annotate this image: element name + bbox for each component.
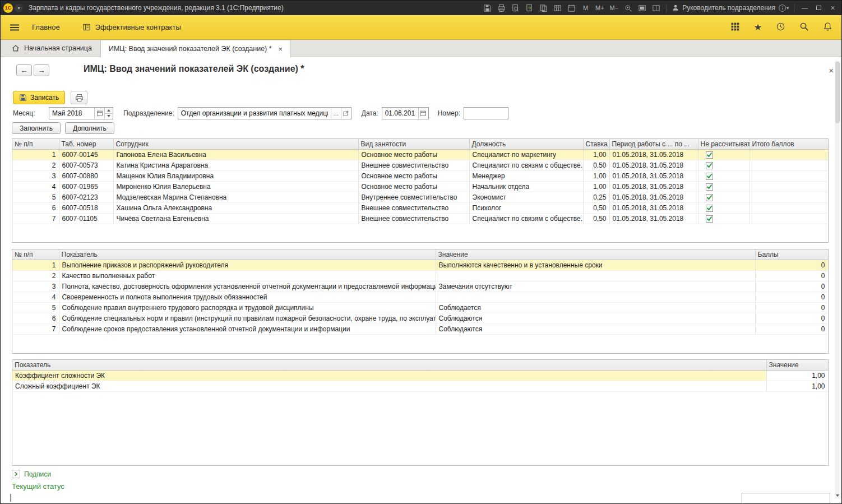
col-tab-number[interactable]: Таб. номер <box>59 139 113 149</box>
employee-cell[interactable]: Мащенок Юлия Владимировна <box>113 170 358 181</box>
col-period[interactable]: Период работы с ... по ... <box>609 139 698 149</box>
save-button[interactable]: Записать <box>13 91 65 104</box>
row-number-cell[interactable]: 4 <box>12 181 59 192</box>
employee-cell[interactable]: Модзелевская Марина Степановна <box>113 192 358 202</box>
indicator-cell[interactable]: Выполнение приказов и распоряжений руков… <box>59 260 436 270</box>
minimize-button[interactable]: — <box>799 2 811 13</box>
tab-home[interactable]: Начальная страница <box>4 40 100 57</box>
col-rate[interactable]: Ставка <box>583 139 609 149</box>
employee-cell[interactable]: Гапонова Елена Васильевна <box>113 149 358 160</box>
maximize-button[interactable] <box>813 2 825 13</box>
no-calc-checkbox[interactable] <box>706 173 713 180</box>
row-number-cell[interactable]: 2 <box>12 160 59 170</box>
no-calc-cell[interactable] <box>698 160 750 170</box>
value-cell[interactable]: Выполняются качественно и в установленны… <box>436 260 755 270</box>
no-calc-checkbox[interactable] <box>706 162 713 169</box>
forward-button[interactable]: → <box>34 64 49 76</box>
period-cell[interactable]: 01.05.2018, 31.05.2018 <box>609 213 698 224</box>
col-points[interactable]: Баллы <box>755 249 828 260</box>
current-user[interactable]: Руководитель подразделения <box>672 4 775 12</box>
employee-row[interactable]: 56007-02123Модзелевская Марина Степановн… <box>12 192 828 202</box>
employee-row[interactable]: 66007-00518Хашина Ольга АлександровнаВне… <box>12 202 828 213</box>
partial-input[interactable] <box>742 493 830 503</box>
no-calc-cell[interactable] <box>698 149 750 160</box>
period-cell[interactable]: 01.05.2018, 31.05.2018 <box>609 149 698 160</box>
col-value[interactable]: Значение <box>766 360 828 370</box>
print-preview-icon[interactable] <box>510 2 521 13</box>
indicator-row[interactable]: 4Своевременность и полнота выполнения тр… <box>12 292 828 302</box>
row-number-cell[interactable]: 5 <box>12 302 59 313</box>
row-number-cell[interactable]: 1 <box>12 260 59 270</box>
zoom-icon[interactable] <box>622 2 634 13</box>
rate-cell[interactable]: 1,00 <box>583 181 609 192</box>
row-number-cell[interactable]: 2 <box>12 270 59 281</box>
indicator-row[interactable]: 1Выполнение приказов и распоряжений руко… <box>12 260 828 270</box>
value-cell[interactable] <box>436 270 755 281</box>
employee-row[interactable]: 76007-01105Чичёва Светлана ЕвгеньевнаВне… <box>12 213 828 224</box>
no-calc-cell[interactable] <box>698 170 750 181</box>
tab-number-cell[interactable]: 6007-01965 <box>59 181 113 192</box>
value-cell[interactable]: Соблюдаются <box>436 323 755 334</box>
indicator-row[interactable]: 6Соблюдение специальных норм и правил (и… <box>12 313 828 323</box>
employee-cell[interactable]: Хашина Ольга Александровна <box>113 202 358 213</box>
tab-close-icon[interactable]: × <box>279 45 283 53</box>
print-icon[interactable] <box>496 2 507 13</box>
total-points-cell[interactable] <box>750 213 828 224</box>
no-calc-cell[interactable] <box>698 202 750 213</box>
points-cell[interactable]: 0 <box>755 260 828 270</box>
total-points-cell[interactable] <box>750 170 828 181</box>
info-icon[interactable]: ▾ <box>778 2 789 13</box>
value-cell[interactable]: 1,00 <box>766 370 828 381</box>
employee-row[interactable]: 26007-00573Катина Кристина АраратовнаВне… <box>12 160 828 170</box>
date-calendar-icon[interactable] <box>418 108 428 119</box>
coefficient-row[interactable]: Коэффициент сложности ЭК1,00 <box>12 370 828 381</box>
period-cell[interactable]: 01.05.2018, 31.05.2018 <box>609 160 698 170</box>
indicator-cell[interactable]: Сложный коэффициент ЭК <box>12 381 766 391</box>
row-number-cell[interactable]: 7 <box>12 213 59 224</box>
append-button[interactable]: Дополнить <box>65 122 114 134</box>
tab-document[interactable]: ИМЦ: Ввод значений показателей ЭК (созда… <box>100 40 291 57</box>
position-cell[interactable]: Специалист по связям с обществе... <box>469 213 583 224</box>
position-cell[interactable]: Менеджер <box>469 170 583 181</box>
no-calc-checkbox[interactable] <box>706 205 713 212</box>
menu-item-main[interactable]: Главное <box>32 23 60 31</box>
no-calc-checkbox[interactable] <box>706 183 713 191</box>
close-window-button[interactable]: × <box>827 2 839 13</box>
indicator-cell[interactable]: Соблюдение специальных норм и правил (ин… <box>59 313 436 323</box>
tab-number-cell[interactable]: 6007-00573 <box>59 160 113 170</box>
1c-logo-icon[interactable]: 1С <box>3 3 13 13</box>
export-document-icon[interactable] <box>524 2 535 13</box>
col-indicator[interactable]: Показатель <box>59 249 436 260</box>
documents-icon[interactable] <box>538 2 549 13</box>
col-value[interactable]: Значение <box>436 249 755 260</box>
position-cell[interactable]: Экономист <box>469 192 583 202</box>
points-cell[interactable]: 0 <box>755 292 828 302</box>
coefficient-row[interactable]: Сложный коэффициент ЭК1,00 <box>12 381 828 391</box>
col-position[interactable]: Должность <box>469 139 583 149</box>
tab-number-cell[interactable]: 6007-01105 <box>59 213 113 224</box>
period-cell[interactable]: 01.05.2018, 31.05.2018 <box>609 202 698 213</box>
employment-type-cell[interactable]: Внутреннее совместительство <box>358 192 469 202</box>
employee-row[interactable]: 16007-00145Гапонова Елена ВасильевнаОсно… <box>12 149 828 160</box>
col-num[interactable]: № п/п <box>12 139 59 149</box>
period-cell[interactable]: 01.05.2018, 31.05.2018 <box>609 192 698 202</box>
tab-number-cell[interactable]: 6007-02123 <box>59 192 113 202</box>
position-cell[interactable]: Специалист по маркетингу <box>469 149 583 160</box>
department-open-button[interactable] <box>341 108 351 119</box>
col-no-calc[interactable]: Не рассчитывать <box>698 139 750 149</box>
value-cell[interactable]: Соблюдается <box>436 302 755 313</box>
employee-row[interactable]: 36007-00880Мащенок Юлия ВладимировнаОсно… <box>12 170 828 181</box>
rate-cell[interactable]: 0,50 <box>583 160 609 170</box>
total-points-cell[interactable] <box>750 202 828 213</box>
row-number-cell[interactable]: 3 <box>12 281 59 292</box>
split-window-icon[interactable] <box>650 2 662 13</box>
points-cell[interactable]: 0 <box>755 313 828 323</box>
fullscreen-icon[interactable] <box>636 2 648 13</box>
value-cell[interactable]: Соблюдаются <box>436 313 755 323</box>
col-employee[interactable]: Сотрудник <box>113 139 358 149</box>
department-input[interactable] <box>178 108 331 119</box>
rate-cell[interactable]: 0,50 <box>583 213 609 224</box>
indicator-row[interactable]: 7Соблюдение сроков предоставления устано… <box>12 323 828 334</box>
total-points-cell[interactable] <box>750 181 828 192</box>
expand-signatures-button[interactable] <box>12 470 20 478</box>
